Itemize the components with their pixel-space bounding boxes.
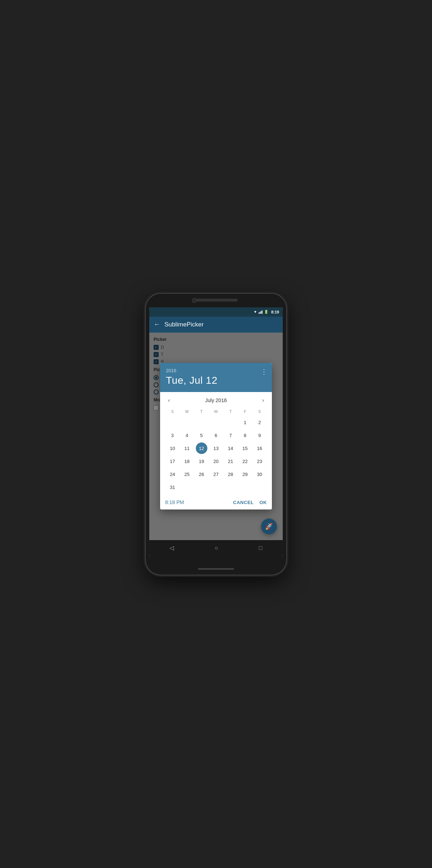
empty-day-cell: [225, 417, 236, 428]
cancel-button[interactable]: CANCEL: [233, 500, 254, 505]
calendar-month-title: July 2016: [205, 397, 227, 403]
day-header-t: T: [194, 409, 209, 414]
wifi-icon: ▼: [254, 310, 257, 314]
empty-day-cell: [210, 417, 222, 428]
content-area: Picker ✓ D ✓ T ✓ R Picker: [149, 333, 283, 540]
back-button[interactable]: ←: [154, 321, 160, 328]
dialog-more-button[interactable]: ⋮: [261, 368, 267, 376]
calendar-grid: SMTWTFS 12345678910111213141516171819202…: [165, 409, 267, 494]
day-cell-15[interactable]: 15: [239, 442, 251, 454]
empty-day-cell: [225, 481, 236, 493]
empty-day-cell: [181, 417, 193, 428]
day-cell-23[interactable]: 23: [254, 455, 265, 467]
dialog-year: 2016: [166, 368, 266, 373]
signal-icon: [259, 310, 263, 314]
day-cell-17[interactable]: 17: [167, 455, 178, 467]
day-cell-14[interactable]: 14: [225, 442, 236, 454]
phone-camera: [192, 298, 197, 303]
day-header-s: S: [252, 409, 267, 414]
status-bar: ▼ 🔋 8:19: [149, 307, 283, 317]
empty-day-cell: [196, 481, 207, 493]
phone-device: ▼ 🔋 8:19 ← SublimePicker: [146, 294, 286, 575]
day-cell-19[interactable]: 19: [196, 455, 207, 467]
footer-time[interactable]: 8:18 PM: [165, 499, 184, 505]
day-header-t: T: [223, 409, 238, 414]
status-time: 8:19: [271, 310, 279, 314]
day-cell-26[interactable]: 26: [196, 468, 207, 480]
nav-home-button[interactable]: ○: [207, 542, 225, 554]
next-month-button[interactable]: ›: [259, 396, 267, 405]
phone-home-bar: [198, 568, 234, 570]
dialog-overlay: 2016 Tue, Jul 12 ⋮ ‹ July 2016 ›: [149, 333, 283, 540]
phone-screen: ▼ 🔋 8:19 ← SublimePicker: [149, 307, 283, 556]
empty-day-cell: [181, 481, 193, 493]
day-cell-27[interactable]: 27: [210, 468, 222, 480]
day-cell-9[interactable]: 9: [254, 429, 265, 441]
fab-button[interactable]: 🚀: [261, 518, 277, 534]
day-cell-6[interactable]: 6: [210, 429, 222, 441]
day-cell-10[interactable]: 10: [167, 442, 178, 454]
day-cell-16[interactable]: 16: [254, 442, 265, 454]
day-cell-5[interactable]: 5: [196, 429, 207, 441]
day-cell-21[interactable]: 21: [225, 455, 236, 467]
day-cell-30[interactable]: 30: [254, 468, 265, 480]
day-cell-11[interactable]: 11: [181, 442, 193, 454]
day-cell-7[interactable]: 7: [225, 429, 236, 441]
prev-month-button[interactable]: ‹: [165, 396, 173, 405]
day-cell-24[interactable]: 24: [167, 468, 178, 480]
calendar-nav: ‹ July 2016 ›: [165, 396, 267, 405]
calendar: ‹ July 2016 › SMTWTFS 123456789101112131…: [160, 392, 272, 496]
day-cell-31[interactable]: 31: [167, 481, 178, 493]
footer-actions: CANCEL OK: [233, 500, 267, 505]
day-header-m: M: [180, 409, 194, 414]
nav-recents-button[interactable]: □: [252, 542, 270, 554]
empty-day-cell: [196, 417, 207, 428]
ok-button[interactable]: OK: [260, 500, 267, 505]
day-cell-20[interactable]: 20: [210, 455, 222, 467]
day-cell-22[interactable]: 22: [239, 455, 251, 467]
date-picker-dialog: 2016 Tue, Jul 12 ⋮ ‹ July 2016 ›: [160, 363, 272, 509]
day-cell-29[interactable]: 29: [239, 468, 251, 480]
day-header-s: S: [165, 409, 180, 414]
empty-day-cell: [239, 481, 251, 493]
navigation-bar: ◁ ○ □: [149, 540, 283, 556]
dialog-footer: 8:18 PM CANCEL OK: [160, 496, 272, 509]
day-cell-28[interactable]: 28: [225, 468, 236, 480]
day-cell-3[interactable]: 3: [167, 429, 178, 441]
day-cell-1[interactable]: 1: [239, 417, 251, 428]
empty-day-cell: [167, 417, 178, 428]
day-cell-13[interactable]: 13: [210, 442, 222, 454]
day-headers: SMTWTFS: [165, 409, 267, 414]
dialog-header: 2016 Tue, Jul 12 ⋮: [160, 363, 272, 392]
day-cell-2[interactable]: 2: [254, 417, 265, 428]
app-title: SublimePicker: [164, 321, 204, 328]
empty-day-cell: [254, 481, 265, 493]
day-cell-4[interactable]: 4: [181, 429, 193, 441]
day-cell-18[interactable]: 18: [181, 455, 193, 467]
fab-icon: 🚀: [265, 522, 273, 530]
day-header-f: F: [238, 409, 252, 414]
day-cell-12[interactable]: 12: [196, 442, 207, 454]
empty-day-cell: [210, 481, 222, 493]
day-cell-25[interactable]: 25: [181, 468, 193, 480]
day-header-w: W: [209, 409, 223, 414]
battery-icon: 🔋: [264, 310, 268, 314]
app-bar: ← SublimePicker: [149, 317, 283, 333]
day-grid: 1234567891011121314151617181920212223242…: [165, 416, 267, 494]
day-cell-8[interactable]: 8: [239, 429, 251, 441]
dialog-date: Tue, Jul 12: [166, 375, 266, 386]
nav-back-button[interactable]: ◁: [162, 542, 181, 554]
